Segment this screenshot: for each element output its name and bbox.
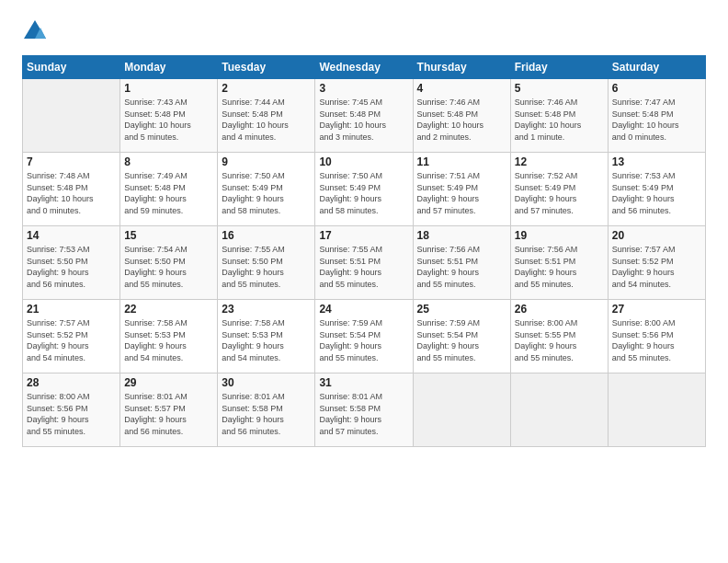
day-info: Sunrise: 7:58 AM Sunset: 5:53 PM Dayligh… [222, 317, 311, 363]
day-number: 20 [612, 229, 701, 242]
day-number: 24 [319, 303, 408, 316]
day-number: 30 [222, 376, 311, 389]
week-row-1: 1Sunrise: 7:43 AM Sunset: 5:48 PM Daylig… [23, 79, 706, 153]
day-number: 28 [27, 376, 116, 389]
day-number: 8 [124, 155, 213, 168]
day-cell: 5Sunrise: 7:46 AM Sunset: 5:48 PM Daylig… [510, 79, 608, 153]
calendar: SundayMondayTuesdayWednesdayThursdayFrid… [22, 55, 706, 447]
day-cell: 17Sunrise: 7:55 AM Sunset: 5:51 PM Dayli… [315, 226, 413, 300]
day-info: Sunrise: 7:44 AM Sunset: 5:48 PM Dayligh… [222, 97, 311, 143]
logo-icon [22, 18, 48, 44]
day-cell: 30Sunrise: 8:01 AM Sunset: 5:58 PM Dayli… [218, 373, 315, 447]
day-info: Sunrise: 7:50 AM Sunset: 5:49 PM Dayligh… [222, 170, 311, 216]
col-header-friday: Friday [510, 56, 608, 79]
day-cell: 1Sunrise: 7:43 AM Sunset: 5:48 PM Daylig… [120, 79, 218, 153]
logo [22, 18, 51, 44]
day-number: 26 [515, 303, 604, 316]
day-cell: 16Sunrise: 7:55 AM Sunset: 5:50 PM Dayli… [218, 226, 315, 300]
day-info: Sunrise: 8:01 AM Sunset: 5:57 PM Dayligh… [124, 391, 213, 437]
day-info: Sunrise: 7:51 AM Sunset: 5:49 PM Dayligh… [417, 170, 506, 216]
day-number: 7 [27, 155, 116, 168]
day-info: Sunrise: 7:45 AM Sunset: 5:48 PM Dayligh… [319, 97, 408, 143]
day-cell: 29Sunrise: 8:01 AM Sunset: 5:57 PM Dayli… [120, 373, 218, 447]
day-cell: 10Sunrise: 7:50 AM Sunset: 5:49 PM Dayli… [315, 153, 413, 226]
day-info: Sunrise: 8:00 AM Sunset: 5:55 PM Dayligh… [515, 317, 604, 363]
day-cell: 25Sunrise: 7:59 AM Sunset: 5:54 PM Dayli… [413, 300, 510, 373]
day-info: Sunrise: 7:46 AM Sunset: 5:48 PM Dayligh… [417, 97, 506, 143]
day-cell: 23Sunrise: 7:58 AM Sunset: 5:53 PM Dayli… [218, 300, 315, 373]
day-cell: 7Sunrise: 7:48 AM Sunset: 5:48 PM Daylig… [23, 153, 120, 226]
day-cell: 2Sunrise: 7:44 AM Sunset: 5:48 PM Daylig… [218, 79, 315, 153]
week-row-4: 21Sunrise: 7:57 AM Sunset: 5:52 PM Dayli… [23, 300, 706, 373]
col-header-tuesday: Tuesday [218, 56, 315, 79]
day-info: Sunrise: 7:56 AM Sunset: 5:51 PM Dayligh… [417, 244, 506, 290]
day-info: Sunrise: 7:47 AM Sunset: 5:48 PM Dayligh… [612, 97, 701, 143]
day-number: 17 [319, 229, 408, 242]
col-header-wednesday: Wednesday [315, 56, 413, 79]
week-row-2: 7Sunrise: 7:48 AM Sunset: 5:48 PM Daylig… [23, 153, 706, 226]
day-number: 6 [612, 82, 701, 95]
day-info: Sunrise: 7:57 AM Sunset: 5:52 PM Dayligh… [612, 244, 701, 290]
day-cell: 28Sunrise: 8:00 AM Sunset: 5:56 PM Dayli… [23, 373, 120, 447]
header-row: SundayMondayTuesdayWednesdayThursdayFrid… [23, 56, 706, 79]
day-number: 12 [515, 155, 604, 168]
day-number: 14 [27, 229, 116, 242]
day-number: 19 [515, 229, 604, 242]
week-row-3: 14Sunrise: 7:53 AM Sunset: 5:50 PM Dayli… [23, 226, 706, 300]
day-number: 4 [417, 82, 506, 95]
day-info: Sunrise: 7:50 AM Sunset: 5:49 PM Dayligh… [319, 170, 408, 216]
day-number: 1 [124, 82, 213, 95]
day-cell: 22Sunrise: 7:58 AM Sunset: 5:53 PM Dayli… [120, 300, 218, 373]
header [22, 18, 706, 44]
day-cell [510, 373, 608, 447]
day-number: 11 [417, 155, 506, 168]
day-cell [413, 373, 510, 447]
day-cell: 15Sunrise: 7:54 AM Sunset: 5:50 PM Dayli… [120, 226, 218, 300]
day-info: Sunrise: 7:43 AM Sunset: 5:48 PM Dayligh… [124, 97, 213, 143]
day-info: Sunrise: 7:59 AM Sunset: 5:54 PM Dayligh… [319, 317, 408, 363]
day-info: Sunrise: 7:55 AM Sunset: 5:51 PM Dayligh… [319, 244, 408, 290]
day-info: Sunrise: 7:58 AM Sunset: 5:53 PM Dayligh… [124, 317, 213, 363]
day-number: 5 [515, 82, 604, 95]
day-number: 25 [417, 303, 506, 316]
day-cell: 4Sunrise: 7:46 AM Sunset: 5:48 PM Daylig… [413, 79, 510, 153]
day-info: Sunrise: 7:53 AM Sunset: 5:50 PM Dayligh… [27, 244, 116, 290]
day-cell: 31Sunrise: 8:01 AM Sunset: 5:58 PM Dayli… [315, 373, 413, 447]
day-info: Sunrise: 7:56 AM Sunset: 5:51 PM Dayligh… [515, 244, 604, 290]
col-header-monday: Monday [120, 56, 218, 79]
day-info: Sunrise: 7:46 AM Sunset: 5:48 PM Dayligh… [515, 97, 604, 143]
day-cell: 19Sunrise: 7:56 AM Sunset: 5:51 PM Dayli… [510, 226, 608, 300]
day-info: Sunrise: 8:00 AM Sunset: 5:56 PM Dayligh… [612, 317, 701, 363]
day-number: 2 [222, 82, 311, 95]
day-cell: 13Sunrise: 7:53 AM Sunset: 5:49 PM Dayli… [608, 153, 705, 226]
day-number: 23 [222, 303, 311, 316]
day-cell: 24Sunrise: 7:59 AM Sunset: 5:54 PM Dayli… [315, 300, 413, 373]
page: SundayMondayTuesdayWednesdayThursdayFrid… [0, 0, 728, 563]
day-info: Sunrise: 7:59 AM Sunset: 5:54 PM Dayligh… [417, 317, 506, 363]
col-header-sunday: Sunday [23, 56, 120, 79]
day-number: 22 [124, 303, 213, 316]
day-number: 13 [612, 155, 701, 168]
day-cell: 9Sunrise: 7:50 AM Sunset: 5:49 PM Daylig… [218, 153, 315, 226]
day-info: Sunrise: 8:01 AM Sunset: 5:58 PM Dayligh… [319, 391, 408, 437]
day-number: 21 [27, 303, 116, 316]
day-number: 10 [319, 155, 408, 168]
day-cell: 26Sunrise: 8:00 AM Sunset: 5:55 PM Dayli… [510, 300, 608, 373]
day-info: Sunrise: 7:57 AM Sunset: 5:52 PM Dayligh… [27, 317, 116, 363]
day-info: Sunrise: 8:01 AM Sunset: 5:58 PM Dayligh… [222, 391, 311, 437]
day-cell: 27Sunrise: 8:00 AM Sunset: 5:56 PM Dayli… [608, 300, 705, 373]
day-cell: 14Sunrise: 7:53 AM Sunset: 5:50 PM Dayli… [23, 226, 120, 300]
day-cell: 21Sunrise: 7:57 AM Sunset: 5:52 PM Dayli… [23, 300, 120, 373]
day-info: Sunrise: 7:54 AM Sunset: 5:50 PM Dayligh… [124, 244, 213, 290]
day-number: 31 [319, 376, 408, 389]
day-cell: 20Sunrise: 7:57 AM Sunset: 5:52 PM Dayli… [608, 226, 705, 300]
day-cell: 3Sunrise: 7:45 AM Sunset: 5:48 PM Daylig… [315, 79, 413, 153]
day-number: 29 [124, 376, 213, 389]
day-info: Sunrise: 7:55 AM Sunset: 5:50 PM Dayligh… [222, 244, 311, 290]
day-cell [23, 79, 120, 153]
day-number: 15 [124, 229, 213, 242]
day-cell [608, 373, 705, 447]
week-row-5: 28Sunrise: 8:00 AM Sunset: 5:56 PM Dayli… [23, 373, 706, 447]
day-number: 9 [222, 155, 311, 168]
col-header-saturday: Saturday [608, 56, 705, 79]
